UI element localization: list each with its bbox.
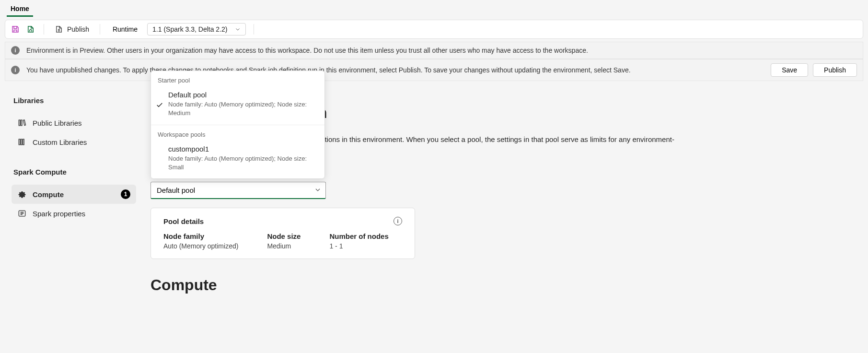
unpublished-banner-text: You have unpublished changes. To apply t… [26, 66, 631, 74]
pool-dropdown: Starter pool Default pool Node family: A… [150, 71, 325, 179]
runtime-label: Runtime [108, 25, 142, 33]
divider [44, 24, 44, 35]
tab-home[interactable]: Home [7, 3, 33, 17]
app-bar: Home [0, 0, 868, 17]
sidebar-item-label: Compute [33, 190, 64, 199]
info-icon[interactable]: i [393, 217, 402, 225]
node-family-label: Node family [163, 232, 238, 240]
runtime-value: 1.1 (Spark 3.3, Delta 2.2) [152, 25, 227, 33]
discard-icon[interactable] [25, 24, 36, 35]
pool-select-input[interactable] [150, 182, 326, 199]
sidebar-item-label: Spark properties [33, 210, 85, 218]
sidebar-item-public-libraries[interactable]: Public Libraries [12, 113, 136, 132]
unpublished-banner: i You have unpublished changes. To apply… [5, 59, 863, 81]
preview-banner: i Environment is in Preview. Other users… [5, 42, 863, 59]
pool-details-card: Pool details i Node family Auto (Memory … [150, 208, 415, 259]
divider [100, 24, 100, 35]
runtime-select[interactable]: 1.1 (Spark 3.3, Delta 2.2) [147, 23, 246, 35]
publish-button-banner[interactable]: Publish [813, 63, 857, 77]
list-icon [17, 209, 27, 218]
sidebar-item-compute[interactable]: Compute 1 [12, 185, 136, 204]
dropdown-item-meta: Node family: Auto (Memory optimized); No… [168, 154, 318, 172]
dropdown-section-workspace: Workspace pools [151, 125, 324, 141]
publish-label: Publish [67, 25, 89, 33]
dropdown-item-name: custompool1 [168, 145, 318, 153]
toolbar: Publish Runtime 1.1 (Spark 3.3, Delta 2.… [5, 20, 863, 39]
page-description: Spark job definitions in this environmen… [275, 135, 863, 143]
pool-select-wrapper: Starter pool Default pool Node family: A… [150, 182, 326, 199]
dropdown-item-custompool1[interactable]: custompool1 Node family: Auto (Memory op… [151, 141, 324, 178]
compute-section-title: Compute [150, 276, 863, 294]
num-nodes-label: Number of nodes [329, 232, 388, 240]
save-icon[interactable] [10, 24, 21, 35]
sidebar: Libraries Public Libraries Custom Librar… [5, 85, 141, 235]
sidebar-item-label: Public Libraries [33, 119, 82, 127]
num-nodes-value: 1 - 1 [329, 242, 388, 250]
node-size-label: Node size [267, 232, 301, 240]
sidebar-heading-spark-compute: Spark Compute [10, 168, 136, 176]
sidebar-item-label: Custom Libraries [33, 138, 87, 146]
dropdown-item-name: Default pool [168, 91, 318, 99]
check-icon [156, 101, 163, 109]
divider [254, 24, 254, 35]
sidebar-heading-libraries: Libraries [10, 96, 136, 105]
pool-details-title: Pool details [163, 217, 204, 225]
books-icon [17, 118, 27, 128]
sidebar-item-spark-properties[interactable]: Spark properties [12, 204, 136, 223]
publish-button[interactable]: Publish [52, 24, 92, 35]
sidebar-item-custom-libraries[interactable]: Custom Libraries [12, 132, 136, 152]
info-icon: i [11, 66, 20, 74]
node-size-value: Medium [267, 242, 301, 250]
dropdown-section-starter: Starter pool [151, 71, 324, 87]
node-family-value: Auto (Memory optimized) [163, 242, 238, 250]
chevron-down-icon [235, 26, 241, 32]
compute-badge: 1 [121, 189, 130, 199]
preview-banner-text: Environment is in Preview. Other users i… [26, 47, 588, 54]
content: uration Spark job definitions in this en… [150, 85, 863, 294]
info-icon: i [11, 46, 20, 55]
save-button[interactable]: Save [771, 63, 808, 77]
page-title: uration [275, 104, 863, 122]
gear-icon [17, 189, 27, 199]
chevron-down-icon[interactable] [314, 187, 321, 195]
dropdown-item-default-pool[interactable]: Default pool Node family: Auto (Memory o… [151, 87, 324, 124]
books-icon [17, 137, 27, 147]
dropdown-item-meta: Node family: Auto (Memory optimized); No… [168, 100, 318, 118]
publish-icon [55, 25, 63, 34]
